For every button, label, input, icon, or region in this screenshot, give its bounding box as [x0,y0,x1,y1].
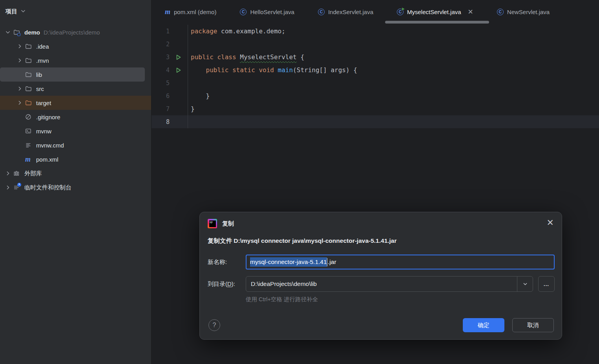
library-icon [13,170,20,177]
browse-button[interactable]: ... [538,276,555,292]
terminal-icon [25,128,31,134]
copy-dialog: IJ 复制 ✕ 复制文件 D:\mysql connector java\mys… [199,212,562,340]
tree-item-mvnw[interactable]: mvnw [0,124,151,138]
chevron-down-icon [20,8,26,14]
directory-cell: D:\ideaProjects\demo\lib ... [246,276,555,292]
directory-combobox[interactable]: D:\ideaProjects\demo\lib [246,276,533,292]
folder-excluded-icon [25,100,31,106]
tree-item-label: .idea [36,43,49,50]
tree-item-lib[interactable]: lib [0,67,145,82]
line-number[interactable]: 1 [152,28,170,35]
line-number[interactable]: 3 [152,54,170,61]
tree-item-src[interactable]: src [0,82,151,96]
code-line: 3public class MyselectServlet { [152,51,599,64]
tab-IndexServlet.java[interactable]: CIndexServlet.java [306,0,385,24]
code-line-text[interactable]: public static void main(String[] args) { [188,64,599,76]
close-icon[interactable]: ✕ [468,9,473,15]
tab-pom.xml--demo-[interactable]: mpom.xml (demo) [153,0,228,24]
tree-item-临时文件和控制台[interactable]: 临时文件和控制台 [0,180,151,195]
folder-icon [25,57,31,64]
tree-item-外部库[interactable]: 外部库 [0,166,151,180]
directory-value: D:\ideaProjects\demo\lib [251,280,317,288]
close-icon[interactable]: ✕ [547,218,554,227]
cancel-button[interactable]: 取消 [512,318,554,332]
code-line-text[interactable]: } [188,102,599,115]
tree-item-pom.xml[interactable]: mpom.xml [0,152,151,166]
copy-source-label: 复制文件 [208,237,232,244]
tree-item-target[interactable]: target [0,96,151,110]
code-line-text[interactable] [188,76,599,89]
tree-item-demo[interactable]: demoD:\ideaProjects\demo [0,25,151,39]
maven-icon: m [25,156,31,163]
unselected-text: .jar [328,258,336,266]
tab-NewServlet.java[interactable]: CNewServlet.java [485,0,561,24]
project-tree: demoD:\ideaProjects\demo.idea.mvnlibsrct… [0,23,151,195]
line-number[interactable]: 2 [152,41,170,48]
tree-item-label: mvnw [36,128,51,135]
new-name-input[interactable]: mysql-connector-java-5.1.41 .jar [246,255,555,269]
class-icon: C [318,9,325,15]
code-line: 2 [152,38,599,51]
tree-item-path: D:\ideaProjects\demo [44,29,100,36]
tab-label: MyselectServlet.java [407,9,461,15]
run-gutter-icon[interactable] [170,67,188,73]
tree-item-label: .mvn [36,57,49,64]
chevron-right-icon[interactable] [14,43,25,49]
tree-item-mvnw.cmd[interactable]: mvnw.cmd [0,138,151,152]
line-number[interactable]: 8 [152,118,170,126]
class-icon: C [240,9,247,15]
copy-dialog-header: IJ 复制 [200,212,562,228]
chevron-down-icon [522,281,528,287]
chevron-right-icon[interactable] [2,170,13,177]
chevron-right-icon[interactable] [2,184,13,191]
tree-item-.mvn[interactable]: .mvn [0,53,151,67]
code-line-text[interactable] [188,38,599,51]
run-gutter-icon[interactable] [170,54,188,60]
folder-icon [25,71,31,78]
tree-item-.gitignore[interactable]: .gitignore [0,110,151,124]
copy-dialog-form: 新名称: mysql-connector-java-5.1.41 .jar 到目… [200,245,562,303]
line-number[interactable]: 6 [152,93,170,100]
tree-item-label: mvnw.cmd [36,142,64,149]
tab-scroll-thumb[interactable] [385,21,489,24]
project-panel-title: 项目 [5,8,17,15]
code-line: 7} [152,102,599,115]
tree-item-label: lib [36,71,42,78]
code-line-text[interactable]: } [188,89,599,102]
tree-item-label: target [36,100,51,106]
line-number[interactable]: 4 [152,67,170,74]
scratches-icon [13,184,20,191]
code-line-text[interactable] [188,115,599,128]
chevron-right-icon [16,57,23,64]
chevron-right-icon [16,86,23,92]
chevron-right-icon[interactable] [14,57,25,64]
chevron-down-icon[interactable] [20,8,26,15]
chevron-right-icon[interactable] [14,100,25,106]
project-panel-header[interactable]: 项目 [0,0,151,23]
tab-MyselectServlet.java[interactable]: CMyselectServlet.java✕ [385,0,485,24]
line-number[interactable]: 7 [152,106,170,113]
code-line-text[interactable]: package com.example.demo; [188,25,599,38]
code-line: 4 public static void main(String[] args)… [152,64,599,76]
ok-button[interactable]: 确定 [463,318,504,332]
chevron-down-icon[interactable] [2,29,13,35]
code-line-text[interactable]: public class MyselectServlet { [188,51,599,64]
folder-icon [25,86,31,92]
project-tool-window: 项目 demoD:\ideaProjects\demo.idea.mvnlibs… [0,0,152,364]
tree-item-label: pom.xml [36,156,58,163]
new-name-label: 新名称: [208,258,246,266]
tab-label: HelloServlet.java [250,9,294,15]
line-number[interactable]: 5 [152,80,170,87]
folder-icon [25,43,31,49]
chevron-right-icon[interactable] [14,86,25,92]
tab-HelloServlet.java[interactable]: CHelloServlet.java [228,0,306,24]
tab-label: pom.xml (demo) [174,9,216,15]
text-file-icon [25,142,31,148]
run-icon [175,67,182,73]
chevron-right-icon [5,170,11,177]
help-button[interactable]: ? [208,319,220,331]
tree-item-label: 临时文件和控制台 [24,184,71,191]
chevron-right-icon [16,100,23,106]
tree-item-.idea[interactable]: .idea [0,39,151,53]
chevron-down-icon[interactable] [517,277,533,291]
